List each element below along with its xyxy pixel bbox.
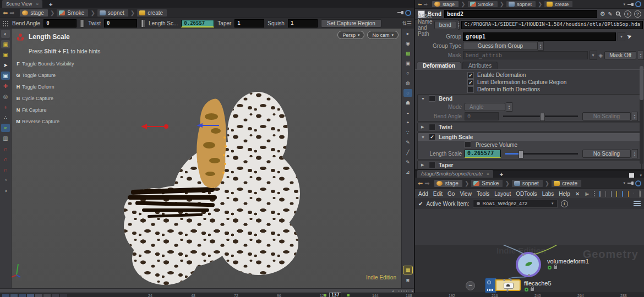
length-scale-enable-checkbox[interactable]: ✓: [429, 134, 435, 140]
grid-snap-icon[interactable]: ▦: [403, 266, 412, 274]
breadcrumb-sopnet[interactable]: sopnet: [97, 9, 129, 17]
limit-deformation-checkbox[interactable]: ✓: [467, 79, 474, 86]
forward-icon[interactable]: ➡: [424, 2, 428, 7]
menu-odtools[interactable]: ODTools: [516, 191, 537, 197]
active-work-item-checkbox[interactable]: ✔: [418, 201, 423, 207]
playbar[interactable]: 24 48 72 96 120 144 168 192 216 240 264 …: [0, 293, 644, 297]
grid-layout-icon-2[interactable]: [605, 191, 606, 197]
annotate-icon[interactable]: ✎: [403, 158, 412, 166]
pin-icon[interactable]: [627, 1, 634, 8]
length-scale-section-header[interactable]: ▼ ✓ Length Scale: [418, 133, 641, 141]
tab-scene-view[interactable]: Scene View ×: [2, 0, 42, 8]
search-icon[interactable]: [615, 11, 621, 17]
expand-icon[interactable]: ▸: [403, 30, 412, 37]
menu-add[interactable]: Add: [418, 191, 428, 197]
sculpt-tool-icon[interactable]: ◔: [1, 176, 10, 184]
forward-icon[interactable]: ➡: [9, 10, 14, 15]
pane-menu-dropdown[interactable]: ▾: [640, 173, 642, 178]
pen-icon[interactable]: ╱: [403, 148, 412, 156]
tree-view-icon[interactable]: ⊫: [585, 191, 589, 197]
radial-menu-icon[interactable]: [635, 1, 641, 7]
material-shading-icon[interactable]: ◍: [403, 79, 412, 87]
new-pane-tab-button[interactable]: +: [47, 1, 54, 8]
capture-region-icon[interactable]: ▥: [1, 134, 10, 142]
select-objects-icon[interactable]: ▣: [1, 51, 10, 59]
breadcrumb-smoke[interactable]: Smoke: [471, 179, 503, 188]
bend-angle-input[interactable]: 0: [465, 112, 499, 120]
network-canvas[interactable]: Geometry Indie Edition volumedeform1: [415, 245, 644, 297]
pane-menu-dropdown[interactable]: ▾: [623, 2, 625, 7]
find-icon[interactable]: [634, 191, 634, 197]
twist-input[interactable]: 0: [104, 19, 137, 28]
twist-slider[interactable]: [140, 19, 145, 28]
menu-tools[interactable]: Tools: [477, 191, 489, 197]
camera-view-icon[interactable]: [639, 190, 641, 197]
persp-view-button[interactable]: Persp▾: [337, 31, 364, 39]
new-pane-tab-button[interactable]: +: [498, 171, 505, 178]
toolbar-grip[interactable]: [2, 20, 9, 27]
mask-attrib-icon[interactable]: ◈: [599, 52, 603, 58]
sort-list-icon[interactable]: ⇅☰: [402, 20, 412, 26]
radial-menu-icon[interactable]: [635, 180, 641, 186]
bend-angle-slider[interactable]: [80, 19, 85, 28]
group-input[interactable]: group1: [463, 32, 616, 41]
falloff-tool-icon[interactable]: ♁: [1, 103, 10, 111]
dots-menu-icon[interactable]: ∵: [403, 129, 412, 136]
parameters-list-icon[interactable]: [634, 201, 641, 207]
shadows-icon[interactable]: ◒: [403, 109, 412, 117]
magnet-curve-icon[interactable]: ∩: [1, 166, 10, 174]
length-scale-value-input[interactable]: 0.265577: [465, 150, 501, 158]
pane-menu-dropdown[interactable]: ▾: [623, 181, 625, 185]
params-scrollbar[interactable]: [640, 66, 643, 164]
bend-mode-dropdown[interactable]: Angle: [465, 103, 505, 111]
close-tab-icon[interactable]: ×: [36, 2, 39, 7]
node-volumedeform1[interactable]: [516, 252, 541, 277]
breadcrumb-stage[interactable]: stage: [434, 179, 462, 188]
pane-layout-icon[interactable]: [629, 173, 634, 178]
node-volumedeform1-label[interactable]: volumedeform1: [547, 258, 589, 265]
deform-both-checkbox[interactable]: [467, 86, 474, 93]
bend-enable-checkbox[interactable]: [429, 95, 435, 102]
bend-tool-icon[interactable]: ≈: [1, 124, 10, 132]
menu-layout[interactable]: Layout: [494, 191, 511, 197]
breadcrumb-create[interactable]: create: [551, 179, 582, 188]
taper-input[interactable]: 1: [234, 19, 264, 28]
visibility-icon[interactable]: ◉: [403, 40, 412, 47]
scroll-grip[interactable]: [397, 289, 410, 292]
snapshot-icon[interactable]: [611, 191, 612, 197]
taper-section-header[interactable]: ▶ Taper: [418, 161, 641, 169]
magnet-falloff-icon[interactable]: ∩: [1, 155, 10, 163]
breadcrumb-smoke[interactable]: Smoke: [56, 9, 89, 17]
menu-go[interactable]: Go: [447, 191, 455, 197]
node-filecache5[interactable]: [495, 279, 521, 291]
back-icon[interactable]: ⬅: [418, 2, 422, 7]
group-pick-arrow-icon[interactable]: ➤: [626, 32, 633, 40]
length-scale-scaling-spinner[interactable]: ▴▾: [632, 149, 638, 158]
bend-scaling-dropdown[interactable]: No Scaling: [582, 112, 631, 120]
character-icon[interactable]: ☗: [403, 99, 412, 107]
bend-mode-spinner[interactable]: ▴▾: [506, 102, 512, 112]
info-icon[interactable]: i: [624, 10, 631, 18]
tools-icon[interactable]: ✕: [575, 191, 580, 197]
length-scale-slider[interactable]: [505, 153, 578, 155]
brush-icon[interactable]: ✎: [608, 11, 613, 17]
measure-icon[interactable]: ⊿: [403, 168, 412, 176]
tab-attributes[interactable]: Attributes: [462, 62, 498, 69]
scatter-tool-icon[interactable]: ∴: [1, 113, 10, 122]
menu-help[interactable]: Help: [559, 191, 570, 197]
geometry-info-icon[interactable]: ▩: [403, 50, 412, 57]
snapshot-camera-icon[interactable]: ◙: [403, 276, 412, 284]
menu-edit[interactable]: Edit: [433, 191, 443, 197]
breadcrumb-create[interactable]: create: [137, 9, 167, 17]
headlight-icon[interactable]: ○: [403, 69, 412, 77]
mask-dropdown-icon[interactable]: ▾: [590, 51, 597, 60]
enable-deformation-checkbox[interactable]: ✓: [467, 72, 474, 79]
group-dropdown-icon[interactable]: ▾: [618, 32, 625, 41]
length-scale-input[interactable]: 0.26557: [181, 20, 214, 28]
handles-tool-icon[interactable]: ◎: [1, 92, 10, 101]
close-tab-icon[interactable]: ×: [487, 172, 489, 177]
background-image-icon[interactable]: [622, 191, 623, 197]
viewport-scroll-strip[interactable]: ◂ ▸: [0, 288, 414, 293]
current-frame-indicator[interactable]: 137: [329, 293, 341, 297]
view-tool-icon[interactable]: ◐: [1, 30, 10, 38]
